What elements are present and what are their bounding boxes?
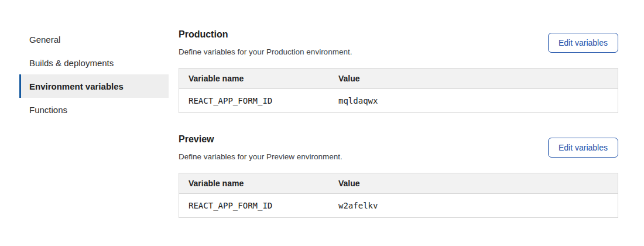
table-header-row: Variable name Value	[179, 173, 618, 194]
variable-value-cell: w2afelkv	[329, 194, 618, 218]
environment-variables-panel: Production Define variables for your Pro…	[179, 28, 618, 218]
preview-section-text: Preview Define variables for your Previe…	[179, 134, 342, 161]
production-section: Production Define variables for your Pro…	[179, 29, 618, 113]
sidebar-item-environment-variables[interactable]: Environment variables	[19, 74, 169, 98]
settings-sidebar: General Builds & deployments Environment…	[19, 28, 169, 218]
production-section-header: Production Define variables for your Pro…	[179, 29, 618, 56]
preview-section: Preview Define variables for your Previe…	[179, 134, 618, 218]
preview-description: Define variables for your Preview enviro…	[179, 152, 342, 161]
table-row: REACT_APP_FORM_ID mqldaqwx	[179, 89, 618, 113]
settings-page: General Builds & deployments Environment…	[0, 0, 644, 218]
preview-title: Preview	[179, 134, 342, 145]
production-title: Production	[179, 29, 352, 40]
sidebar-item-builds-deployments[interactable]: Builds & deployments	[19, 51, 169, 74]
variable-value-cell: mqldaqwx	[329, 89, 618, 113]
production-description: Define variables for your Production env…	[179, 47, 352, 56]
column-header-value: Value	[329, 173, 618, 194]
table-row: REACT_APP_FORM_ID w2afelkv	[179, 194, 618, 218]
sidebar-item-general[interactable]: General	[19, 28, 169, 51]
variable-name-cell: REACT_APP_FORM_ID	[179, 89, 330, 113]
column-header-variable-name: Variable name	[179, 69, 330, 89]
column-header-variable-name: Variable name	[179, 173, 330, 194]
variable-name-cell: REACT_APP_FORM_ID	[179, 194, 330, 218]
production-section-text: Production Define variables for your Pro…	[179, 29, 352, 56]
edit-variables-button-production[interactable]: Edit variables	[548, 33, 618, 53]
table-header-row: Variable name Value	[179, 69, 618, 89]
edit-variables-button-preview[interactable]: Edit variables	[548, 138, 618, 158]
production-variables-table: Variable name Value REACT_APP_FORM_ID mq…	[179, 68, 618, 113]
preview-section-header: Preview Define variables for your Previe…	[179, 134, 618, 161]
column-header-value: Value	[329, 69, 618, 89]
sidebar-item-functions[interactable]: Functions	[19, 98, 169, 121]
preview-variables-table: Variable name Value REACT_APP_FORM_ID w2…	[179, 173, 618, 218]
